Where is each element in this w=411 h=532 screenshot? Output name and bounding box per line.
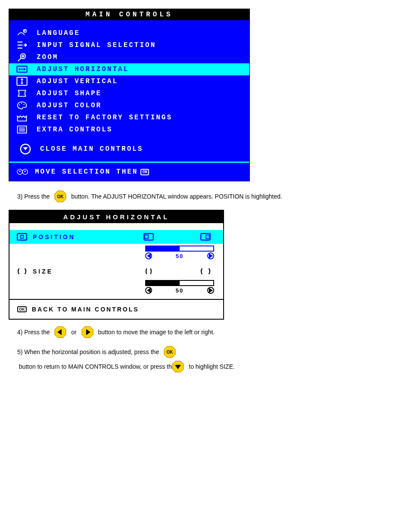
- svg-rect-15: [21, 236, 24, 239]
- menu-item-label: EXTRA CONTROLS: [37, 126, 112, 134]
- menu-item-label: RESET TO FACTORY SETTINGS: [37, 114, 172, 121]
- adjust-horizontal-panel: ADJUST HORIZONTAL POSITION: [9, 210, 224, 320]
- position-right-icon: [200, 233, 211, 241]
- adjust-row-label: POSITION: [33, 233, 75, 240]
- size-value: 50: [176, 287, 184, 294]
- size-icon: [16, 267, 28, 276]
- adjust-title: ADJUST HORIZONTAL: [9, 211, 223, 223]
- close-label: CLOSE MAIN CONTROLS: [40, 145, 143, 153]
- adjust-shape-icon: [16, 89, 28, 98]
- menu-list: ? LANGUAGE INPUT SIGNAL SELECTION ZOOM A…: [9, 20, 249, 162]
- menu-item-factory-reset[interactable]: RESET TO FACTORY SETTINGS: [9, 112, 249, 124]
- left-arrow-icon[interactable]: [145, 287, 152, 294]
- instruction-step-3: 3) Press the OK button. The ADJUST HORIZ…: [17, 190, 402, 203]
- size-narrow-icon: [143, 267, 154, 276]
- left-button-icon: [54, 326, 67, 339]
- zoom-icon: [16, 53, 28, 62]
- adjust-horizontal-icon: [16, 65, 28, 74]
- back-to-main[interactable]: OK BACK TO MAIN CONTROLS: [9, 299, 223, 319]
- adjust-vertical-icon: [16, 77, 28, 86]
- adjust-row-size[interactable]: SIZE: [9, 264, 223, 278]
- menu-item-zoom[interactable]: ZOOM: [9, 51, 249, 63]
- svg-text:OK: OK: [167, 350, 174, 355]
- instruction-step-4: 4) Press the or button to move the image…: [17, 326, 402, 339]
- svg-text:?: ?: [24, 30, 28, 33]
- back-label: BACK TO MAIN CONTROLS: [32, 306, 139, 313]
- svg-point-7: [23, 104, 24, 105]
- instruction-step-5: 5) When the horizontal position is adjus…: [17, 345, 319, 373]
- menu-item-adjust-vertical[interactable]: ADJUST VERTICAL: [9, 75, 249, 87]
- up-down-icon: [17, 167, 29, 177]
- svg-rect-17: [145, 235, 148, 239]
- close-down-icon: [19, 144, 31, 154]
- instr-text: or: [69, 329, 78, 336]
- instr-text: button. The ADJUST HORIZONTAL window app…: [69, 193, 282, 200]
- svg-rect-14: [17, 233, 27, 240]
- menu-item-label: ADJUST SHAPE: [37, 90, 102, 97]
- adjust-color-icon: [16, 101, 28, 110]
- menu-item-label: ZOOM: [37, 53, 58, 61]
- ok-button-icon: OK: [163, 345, 176, 358]
- adjust-row-position[interactable]: POSITION: [9, 230, 223, 244]
- left-arrow-icon[interactable]: [145, 252, 152, 259]
- down-button-icon: [171, 360, 184, 373]
- instr-text: 3) Press the: [17, 193, 51, 200]
- size-wide-icon: [200, 267, 211, 276]
- main-controls-panel: MAIN CONTROLS ? LANGUAGE INPUT SIGNAL SE…: [9, 9, 250, 181]
- menu-item-adjust-horizontal[interactable]: ADJUST HORIZONTAL: [9, 63, 249, 75]
- adjust-row-label: SIZE: [33, 268, 53, 275]
- input-signal-icon: [16, 40, 28, 50]
- menu-item-label: ADJUST VERTICAL: [37, 78, 118, 85]
- menu-item-adjust-shape[interactable]: ADJUST SHAPE: [9, 87, 249, 100]
- language-icon: ?: [16, 28, 28, 38]
- footer-text: MOVE SELECTION THEN: [35, 168, 138, 176]
- ok-box-icon: OK: [16, 305, 28, 314]
- position-bar: [145, 246, 214, 252]
- ok-icon: OK: [140, 169, 149, 175]
- svg-point-6: [21, 103, 22, 104]
- svg-text:OK: OK: [57, 194, 64, 199]
- position-bar-region: 50: [9, 244, 223, 264]
- factory-reset-icon: [16, 113, 28, 122]
- ok-button-icon: OK: [54, 190, 67, 203]
- right-arrow-icon[interactable]: [207, 252, 214, 259]
- instr-text: to highlight SIZE.: [187, 363, 235, 370]
- size-bar-fill: [146, 281, 180, 285]
- right-arrow-icon[interactable]: [207, 287, 214, 294]
- size-bar-region: 50: [9, 278, 223, 299]
- adjust-body: POSITION 50: [9, 223, 223, 299]
- position-value: 50: [176, 253, 184, 259]
- svg-rect-16: [144, 233, 153, 240]
- menu-item-input-signal[interactable]: INPUT SIGNAL SELECTION: [9, 39, 249, 51]
- menu-item-label: ADJUST COLOR: [37, 102, 102, 109]
- svg-rect-18: [201, 233, 210, 240]
- instr-text: button to return to MAIN CONTROLS window…: [17, 363, 177, 370]
- menu-item-label: INPUT SIGNAL SELECTION: [37, 41, 156, 49]
- menu-item-label: LANGUAGE: [37, 29, 80, 37]
- menu-item-label: ADJUST HORIZONTAL: [37, 65, 129, 73]
- instr-text: 5) When the horizontal position is adjus…: [17, 348, 161, 355]
- instr-text: 4) Press the: [17, 329, 51, 336]
- right-button-icon: [81, 326, 94, 339]
- extra-controls-icon: [16, 125, 28, 134]
- menu-item-extra-controls[interactable]: EXTRA CONTROLS: [9, 124, 249, 136]
- menu-item-adjust-color[interactable]: ADJUST COLOR: [9, 100, 249, 112]
- instr-text: button to move the image to the left or …: [97, 329, 215, 336]
- position-icon: [16, 233, 28, 241]
- svg-point-5: [19, 105, 20, 106]
- position-bar-fill: [146, 246, 180, 251]
- svg-rect-19: [206, 235, 209, 239]
- position-left-icon: [143, 233, 154, 241]
- size-bar: [145, 280, 214, 286]
- close-main-controls[interactable]: CLOSE MAIN CONTROLS: [9, 136, 249, 162]
- menu-item-language[interactable]: ? LANGUAGE: [9, 27, 249, 39]
- footer-hint: MOVE SELECTION THEN OK: [9, 162, 249, 181]
- main-controls-title: MAIN CONTROLS: [9, 9, 249, 20]
